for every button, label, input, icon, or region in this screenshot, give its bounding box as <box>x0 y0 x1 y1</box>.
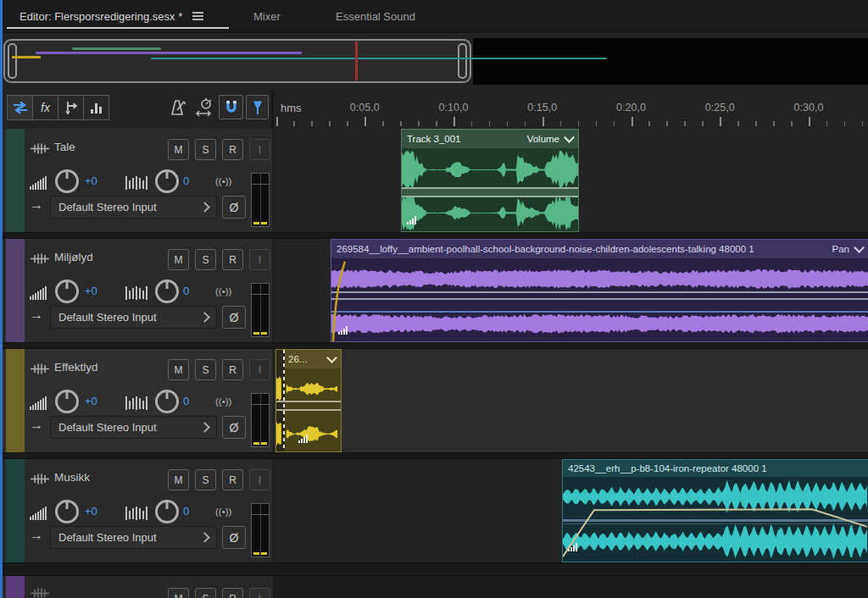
solo-button[interactable]: S <box>195 469 216 490</box>
timeline-ruler[interactable]: 0:05,00:10,00:15,00:20,00:25,00:30,0 <box>275 89 868 127</box>
solo-button[interactable]: S <box>195 588 216 598</box>
input-monitor-button[interactable]: I <box>249 588 270 598</box>
input-monitor-button[interactable]: I <box>249 469 270 490</box>
solo-button[interactable]: S <box>195 139 216 160</box>
navigator-right-handle[interactable] <box>458 43 467 79</box>
phase-button[interactable]: Ø <box>222 306 246 329</box>
input-select[interactable]: Default Stereo Input <box>50 196 217 219</box>
tab-essential-sound[interactable]: Essential Sound <box>336 0 415 32</box>
track-name[interactable]: Effektlyd <box>54 361 98 374</box>
input-select[interactable]: Default Stereo Input <box>50 306 217 329</box>
mute-button[interactable]: M <box>168 249 189 270</box>
track-color-strip[interactable] <box>6 459 25 562</box>
volume-value[interactable]: +0 <box>85 174 97 187</box>
volume-value[interactable]: +0 <box>85 505 97 518</box>
track-name[interactable]: Tale <box>54 141 75 153</box>
razor-tool-button[interactable] <box>58 95 84 120</box>
ruler-tick-label: 0:25,0 <box>705 102 735 114</box>
level-meter <box>251 503 270 557</box>
clip-miljolyd[interactable]: 269584__loffy__ambient-poolhall-school-b… <box>331 239 868 342</box>
track-lane-partial[interactable] <box>274 576 868 598</box>
input-monitor-button[interactable]: I <box>249 359 270 380</box>
track-name[interactable]: Miljølyd <box>54 251 93 263</box>
clip-title-bar[interactable]: 269584__loffy__ambient-poolhall-school-b… <box>331 240 868 258</box>
track-color-strip[interactable] <box>6 349 25 452</box>
pan-knob[interactable] <box>155 390 179 413</box>
mute-button[interactable]: M <box>168 469 189 490</box>
pan-value[interactable]: 0 <box>183 174 189 187</box>
navigator-left-handle[interactable] <box>8 43 17 79</box>
phase-button[interactable]: Ø <box>222 526 246 549</box>
input-select[interactable]: Default Stereo Input <box>50 526 217 549</box>
clip-waveform-area <box>402 148 578 231</box>
record-arm-button[interactable]: R <box>222 359 243 380</box>
metronome-toggle[interactable] <box>168 97 190 119</box>
tab-mixer[interactable]: Mixer <box>253 0 281 32</box>
volume-knob[interactable] <box>55 500 79 523</box>
monitor-icon: ((•)) <box>215 176 231 186</box>
pan-knob[interactable] <box>155 280 179 303</box>
pan-value[interactable]: 0 <box>183 285 189 297</box>
clip-edge-marker[interactable] <box>283 350 285 451</box>
track-divider[interactable] <box>3 232 868 239</box>
clip-musikk[interactable]: 42543__erh__p-b8-104-iron-repeator 48000… <box>562 459 868 562</box>
zoom-navigator-bar[interactable] <box>3 39 471 83</box>
mute-button[interactable]: M <box>168 359 189 380</box>
record-arm-button[interactable]: R <box>222 249 243 270</box>
record-arm-button[interactable]: R <box>222 588 243 598</box>
move-tool-button[interactable] <box>7 95 33 120</box>
pan-envelope-line[interactable] <box>331 311 868 313</box>
record-arm-button[interactable]: R <box>222 469 243 490</box>
marker-tool-toggle[interactable] <box>246 95 269 119</box>
pan-knob[interactable] <box>155 500 179 523</box>
ruler-tick <box>844 121 846 126</box>
chevron-right-icon <box>199 422 210 433</box>
phase-button[interactable]: Ø <box>222 416 246 439</box>
ruler-tick <box>720 117 721 126</box>
clip-envelope-select[interactable]: Pan <box>832 244 863 254</box>
ruler-tick <box>293 121 295 126</box>
volume-value[interactable]: +0 <box>85 395 97 407</box>
phase-button[interactable]: Ø <box>222 196 246 219</box>
clip-effektlyd[interactable]: 26... <box>275 349 342 452</box>
tab-editor-label: Editor: Flersporsredigering.sesx * <box>19 10 182 23</box>
stereo-balance-icon <box>125 175 147 190</box>
ruler-tick <box>826 121 828 126</box>
track-color-strip[interactable] <box>6 129 25 232</box>
clip-gain-icon <box>568 543 577 551</box>
pan-value[interactable]: 0 <box>183 395 189 407</box>
track-divider[interactable] <box>3 452 868 459</box>
volume-knob[interactable] <box>55 169 79 193</box>
volume-knob[interactable] <box>55 280 79 303</box>
snapping-toggle[interactable] <box>219 95 243 119</box>
clip-stretch-toggle[interactable] <box>193 95 217 120</box>
solo-button[interactable]: S <box>195 249 216 270</box>
solo-button[interactable]: S <box>195 359 216 380</box>
mute-button[interactable]: M <box>168 139 189 160</box>
clip-title-bar[interactable]: 42543__erh__p-b8-104-iron-repeator 48000… <box>563 460 868 477</box>
track-color-strip[interactable] <box>6 576 25 598</box>
track-divider[interactable] <box>3 342 868 349</box>
input-select[interactable]: Default Stereo Input <box>50 416 217 439</box>
mute-button[interactable]: M <box>168 588 189 598</box>
pan-knob[interactable] <box>155 169 179 193</box>
volume-value[interactable]: +0 <box>85 285 97 297</box>
input-monitor-button[interactable]: I <box>249 139 270 160</box>
track-name[interactable]: Musikk <box>54 471 90 484</box>
ruler-tick <box>276 117 278 126</box>
pan-value[interactable]: 0 <box>183 505 189 518</box>
chevron-right-icon <box>199 312 210 323</box>
mixer-view-button[interactable] <box>83 95 109 120</box>
effects-rack-button[interactable]: fx <box>32 95 58 120</box>
volume-knob[interactable] <box>55 390 79 413</box>
navigator-playhead[interactable] <box>355 42 358 80</box>
record-arm-button[interactable]: R <box>222 139 243 160</box>
track-divider[interactable] <box>3 562 868 576</box>
input-monitor-button[interactable]: I <box>249 249 270 270</box>
clip-title-bar[interactable]: Track 3_001 Volume <box>402 130 578 148</box>
track-color-strip[interactable] <box>6 239 25 342</box>
clip-envelope-select[interactable]: Volume <box>527 134 573 144</box>
track-lane-effektlyd[interactable] <box>274 349 868 452</box>
clip-tale[interactable]: Track 3_001 Volume <box>401 129 579 232</box>
panel-menu-icon[interactable] <box>192 10 203 22</box>
